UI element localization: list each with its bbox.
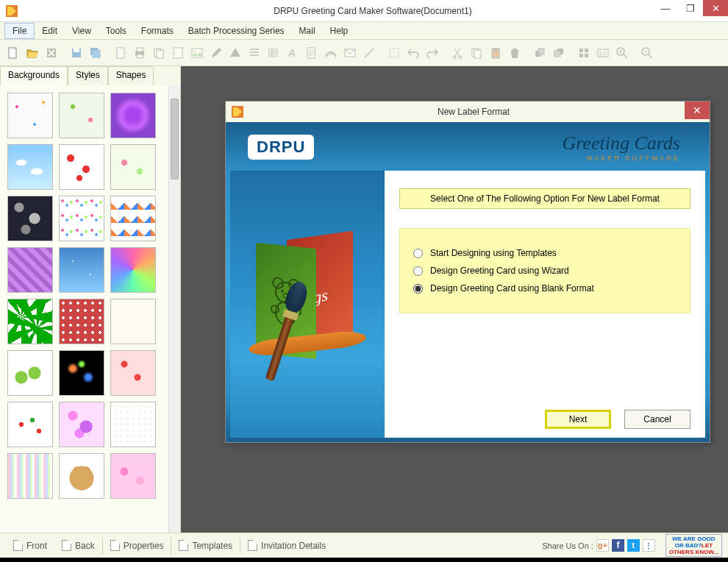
bring-front-icon[interactable] bbox=[531, 44, 549, 62]
grid-icon[interactable] bbox=[575, 44, 593, 62]
zoom-in-icon[interactable] bbox=[613, 44, 631, 62]
page-icon bbox=[110, 540, 120, 551]
bg-thumb[interactable] bbox=[59, 453, 104, 499]
paste-icon[interactable] bbox=[487, 44, 504, 62]
menu-formats[interactable]: Formats bbox=[134, 24, 181, 38]
note-icon[interactable] bbox=[303, 44, 321, 62]
select-icon[interactable] bbox=[385, 44, 403, 62]
bg-thumb[interactable] bbox=[7, 196, 53, 241]
tab-shapes[interactable]: Shapes bbox=[108, 66, 154, 85]
bg-thumb[interactable] bbox=[110, 299, 156, 344]
align-icon[interactable] bbox=[246, 44, 263, 62]
next-button[interactable]: Next bbox=[545, 410, 611, 429]
bg-thumb[interactable] bbox=[59, 350, 104, 396]
open-icon[interactable] bbox=[24, 44, 41, 62]
menu-mail[interactable]: Mail bbox=[292, 24, 323, 38]
bg-thumb[interactable] bbox=[110, 350, 156, 396]
send-back-icon[interactable] bbox=[550, 44, 568, 62]
svg-text:A: A bbox=[288, 47, 295, 59]
save-all-icon[interactable] bbox=[87, 44, 104, 62]
scroll-thumb[interactable] bbox=[171, 99, 179, 179]
bg-thumb[interactable] bbox=[59, 196, 104, 241]
copy-icon[interactable] bbox=[150, 44, 168, 62]
menu-tools[interactable]: Tools bbox=[99, 24, 134, 38]
zoom-out-icon[interactable] bbox=[638, 44, 656, 62]
undo-icon[interactable] bbox=[404, 44, 422, 62]
curve-icon[interactable]: S bbox=[322, 44, 340, 62]
dialog-options: Start Designing using Templates Design G… bbox=[399, 228, 690, 313]
share-icon[interactable]: ⋮ bbox=[643, 539, 655, 552]
bg-thumb[interactable] bbox=[59, 144, 104, 190]
trash-icon[interactable] bbox=[506, 44, 524, 62]
bg-thumb[interactable] bbox=[7, 93, 53, 138]
twitter-icon[interactable]: t bbox=[627, 539, 640, 552]
copy2-icon[interactable] bbox=[468, 44, 485, 62]
bg-thumb[interactable] bbox=[110, 453, 156, 499]
svg-point-15 bbox=[194, 50, 196, 52]
bg-thumb[interactable] bbox=[7, 144, 53, 190]
dialog-close-button[interactable]: ✕ bbox=[685, 102, 710, 119]
cut-icon[interactable] bbox=[449, 44, 466, 62]
actual-size-icon[interactable]: 1:1 bbox=[594, 44, 612, 62]
bg-thumb[interactable] bbox=[7, 402, 53, 447]
pen-icon[interactable] bbox=[207, 44, 225, 62]
bg-thumb[interactable] bbox=[59, 247, 104, 293]
window-title: DRPU Greeting Card Maker Software(Docume… bbox=[24, 6, 722, 16]
image-icon[interactable] bbox=[188, 44, 206, 62]
minimize-button[interactable]: — bbox=[653, 0, 678, 16]
brand-title: Greeting Cards MAKER SOFTWARE bbox=[562, 132, 680, 162]
option-blank[interactable]: Design Greeting Card using Blank Format bbox=[413, 283, 677, 294]
menu-help[interactable]: Help bbox=[323, 24, 356, 38]
facebook-icon[interactable]: f bbox=[612, 539, 624, 552]
redo-icon[interactable] bbox=[424, 44, 441, 62]
bg-thumb[interactable] bbox=[110, 402, 156, 447]
tab-styles[interactable]: Styles bbox=[68, 66, 108, 85]
tab-backgrounds[interactable]: Backgrounds bbox=[0, 66, 68, 85]
menu-batch[interactable]: Batch Processing Series bbox=[181, 24, 292, 38]
svg-text:1:1: 1:1 bbox=[599, 51, 607, 56]
googleplus-icon[interactable]: g+ bbox=[596, 539, 609, 552]
bg-thumb[interactable] bbox=[110, 93, 156, 138]
tab-back[interactable]: Back bbox=[54, 540, 102, 551]
document-icon[interactable] bbox=[112, 44, 129, 62]
text-icon[interactable]: A bbox=[284, 44, 301, 62]
menu-file[interactable]: File bbox=[4, 23, 35, 39]
bg-thumb[interactable] bbox=[110, 196, 156, 241]
bg-thumb[interactable] bbox=[7, 453, 53, 499]
svg-rect-24 bbox=[474, 50, 481, 58]
mail-icon[interactable] bbox=[341, 44, 359, 62]
bg-thumb[interactable] bbox=[7, 299, 53, 344]
feedback-badge[interactable]: WE ARE GOOD OR BAD?LET OTHERS KNOW... bbox=[665, 534, 722, 557]
new-icon[interactable] bbox=[4, 44, 22, 62]
bg-thumb[interactable] bbox=[110, 247, 156, 293]
tab-front[interactable]: Front bbox=[6, 540, 54, 551]
bg-thumb[interactable] bbox=[59, 93, 104, 138]
cancel-button[interactable]: Cancel bbox=[624, 410, 690, 429]
bg-thumb[interactable] bbox=[59, 402, 104, 447]
tab-properties[interactable]: Properties bbox=[103, 540, 171, 551]
bg-thumb[interactable] bbox=[7, 350, 53, 396]
shape-icon[interactable] bbox=[226, 44, 244, 62]
tab-templates[interactable]: Templates bbox=[171, 540, 240, 551]
svg-rect-33 bbox=[585, 49, 588, 52]
print-icon[interactable] bbox=[131, 44, 149, 62]
save-icon[interactable] bbox=[68, 44, 85, 62]
close-button[interactable]: ✕ bbox=[703, 0, 728, 16]
option-templates[interactable]: Start Designing using Templates bbox=[413, 248, 677, 258]
tab-invitation[interactable]: Invitation Details bbox=[240, 540, 333, 551]
delete-icon[interactable] bbox=[43, 44, 60, 62]
menu-view[interactable]: View bbox=[65, 24, 99, 38]
sidebar-scrollbar[interactable] bbox=[168, 85, 180, 533]
bg-thumb[interactable] bbox=[59, 299, 104, 344]
maximize-button[interactable]: ❐ bbox=[678, 0, 703, 16]
menu-edit[interactable]: Edit bbox=[35, 24, 65, 38]
option-wizard[interactable]: Design Greeting Card using Wizard bbox=[413, 266, 677, 276]
bg-thumb[interactable] bbox=[7, 247, 53, 293]
barcode-icon[interactable] bbox=[265, 44, 282, 62]
share-section: Share Us On : g+ f t ⋮ WE ARE GOOD OR BA… bbox=[542, 534, 722, 557]
bg-thumb[interactable] bbox=[110, 144, 156, 190]
svg-rect-14 bbox=[192, 49, 202, 57]
toolbar: A S 1:1 bbox=[0, 40, 728, 66]
page-icon[interactable] bbox=[169, 44, 187, 62]
line-icon[interactable] bbox=[360, 44, 378, 62]
